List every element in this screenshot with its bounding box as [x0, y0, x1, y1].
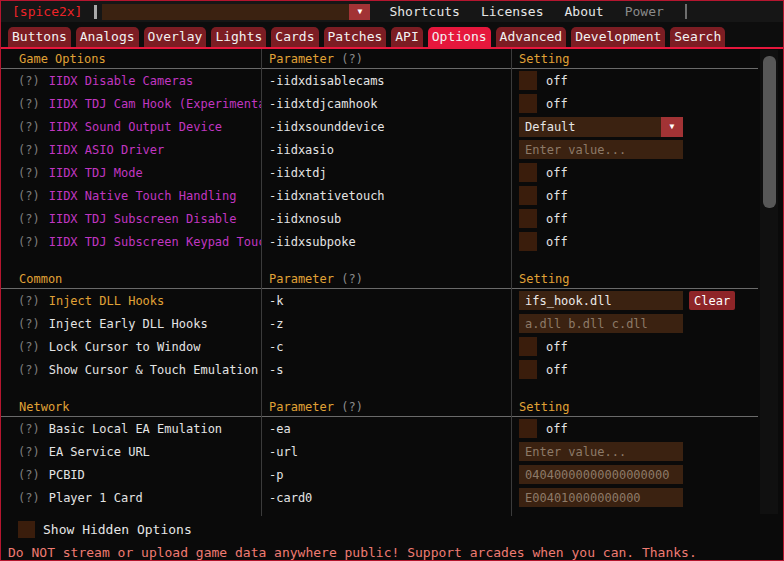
- help-icon[interactable]: (?): [18, 120, 40, 134]
- help-icon[interactable]: (?): [18, 468, 40, 482]
- tab-overlay[interactable]: Overlay: [144, 27, 207, 47]
- option-row: (?)Inject Early DLL Hooks-za.dll b.dll c…: [1, 312, 783, 335]
- footer: Show Hidden Options Do NOT stream or upl…: [1, 516, 783, 560]
- option-label: Basic Local EA Emulation: [49, 422, 222, 436]
- option-param: -iidxnativetouch: [261, 189, 511, 203]
- section-network: NetworkParameter (?)Setting(?)Basic Loca…: [1, 397, 783, 509]
- option-param: -p: [261, 468, 511, 482]
- dropdown-arrow-icon[interactable]: ▼: [349, 4, 370, 20]
- option-checkbox[interactable]: [519, 186, 537, 205]
- option-name-cell: (?)Lock Cursor to Window: [1, 340, 261, 354]
- option-label: Show Cursor & Touch Emulation Button: [49, 363, 261, 377]
- help-icon[interactable]: (?): [18, 294, 40, 308]
- option-input[interactable]: Enter value...: [519, 442, 683, 461]
- profile-dropdown[interactable]: ▼: [102, 4, 370, 20]
- section-common: CommonParameter (?)Setting(?)Inject DLL …: [1, 269, 783, 381]
- help-icon[interactable]: (?): [18, 317, 40, 331]
- help-icon[interactable]: (?): [18, 143, 40, 157]
- checkbox-state-label: off: [546, 189, 568, 203]
- option-label: Player 1 Card: [49, 491, 143, 505]
- option-name-cell: (?)IIDX TDJ Cam Hook (Experimental): [1, 97, 261, 111]
- menu-licenses[interactable]: Licenses: [481, 4, 544, 19]
- option-checkbox[interactable]: [519, 71, 537, 90]
- help-icon[interactable]: (?): [18, 189, 40, 203]
- tab-patches[interactable]: Patches: [324, 27, 387, 47]
- dropdown-arrow-icon[interactable]: ▼: [661, 117, 683, 137]
- option-label: Inject DLL Hooks: [49, 294, 165, 308]
- section-game-options: Game OptionsParameter (?)Setting(?)IIDX …: [1, 49, 783, 253]
- option-label: IIDX Sound Output Device: [49, 120, 222, 134]
- help-icon[interactable]: (?): [18, 491, 40, 505]
- param-help-icon[interactable]: (?): [341, 400, 363, 414]
- menu-shortcuts[interactable]: Shortcuts: [389, 4, 459, 19]
- option-input[interactable]: ifs_hook.dll: [519, 291, 683, 310]
- option-input[interactable]: Enter value...: [519, 140, 683, 159]
- option-row: (?)IIDX TDJ Cam Hook (Experimental)-iidx…: [1, 92, 783, 115]
- input-placeholder: Enter value...: [525, 445, 626, 459]
- option-input[interactable]: a.dll b.dll c.dll: [519, 314, 683, 333]
- option-checkbox[interactable]: [519, 360, 537, 379]
- menu-power[interactable]: Power: [625, 4, 664, 19]
- tab-search[interactable]: Search: [670, 27, 725, 47]
- section-title: Network: [1, 400, 261, 414]
- param-column-header: Parameter (?): [261, 272, 511, 286]
- clear-button[interactable]: Clear: [689, 291, 735, 310]
- help-icon[interactable]: (?): [18, 363, 40, 377]
- option-setting-cell: Enter value...: [511, 442, 783, 461]
- help-icon[interactable]: (?): [18, 166, 40, 180]
- menu-about[interactable]: About: [565, 4, 604, 19]
- option-setting-cell: a.dll b.dll c.dll: [511, 314, 783, 333]
- tab-lights[interactable]: Lights: [211, 27, 266, 47]
- setting-column-header: Setting: [511, 400, 570, 414]
- help-icon[interactable]: (?): [18, 74, 40, 88]
- help-icon[interactable]: (?): [18, 235, 40, 249]
- scrollbar[interactable]: [760, 50, 778, 514]
- checkbox-state-label: off: [546, 212, 568, 226]
- option-label: IIDX ASIO Driver: [49, 143, 165, 157]
- option-setting-cell: off: [511, 209, 783, 228]
- option-checkbox[interactable]: [519, 163, 537, 182]
- option-label: Lock Cursor to Window: [49, 340, 201, 354]
- option-checkbox[interactable]: [519, 209, 537, 228]
- menubar-separator: [94, 5, 97, 19]
- setting-column-header: Setting: [511, 52, 570, 66]
- tab-api[interactable]: API: [391, 27, 422, 47]
- section-header: Game OptionsParameter (?)Setting: [1, 49, 758, 69]
- tab-options[interactable]: Options: [428, 27, 491, 47]
- option-checkbox[interactable]: [519, 232, 537, 251]
- help-icon[interactable]: (?): [18, 445, 40, 459]
- help-icon[interactable]: (?): [18, 422, 40, 436]
- option-checkbox[interactable]: [519, 94, 537, 113]
- option-input[interactable]: 04040000000000000000: [519, 465, 683, 484]
- tab-analogs[interactable]: Analogs: [76, 27, 139, 47]
- option-checkbox[interactable]: [519, 337, 537, 356]
- show-hidden-checkbox[interactable]: [18, 521, 35, 538]
- option-param: -iidxtdj: [261, 166, 511, 180]
- param-help-icon[interactable]: (?): [341, 52, 363, 66]
- checkbox-state-label: off: [546, 340, 568, 354]
- tab-development[interactable]: Development: [571, 27, 665, 47]
- option-dropdown[interactable]: Default▼: [519, 117, 683, 137]
- option-setting-cell: off: [511, 163, 783, 182]
- option-checkbox[interactable]: [519, 419, 537, 438]
- help-icon[interactable]: (?): [18, 340, 40, 354]
- scrollbar-thumb[interactable]: [763, 56, 776, 208]
- option-row: (?)IIDX ASIO Driver-iidxasioEnter value.…: [1, 138, 783, 161]
- option-row: (?)EA Service URL-urlEnter value...: [1, 440, 783, 463]
- option-param: -iidxnosub: [261, 212, 511, 226]
- tab-cards[interactable]: Cards: [271, 27, 318, 47]
- show-hidden-row: Show Hidden Options: [1, 520, 783, 539]
- option-row: (?)IIDX TDJ Subscreen Disable-iidxnosubo…: [1, 207, 783, 230]
- help-icon[interactable]: (?): [18, 212, 40, 226]
- param-help-icon[interactable]: (?): [341, 272, 363, 286]
- option-setting-cell: Default▼: [511, 117, 783, 137]
- option-name-cell: (?)Show Cursor & Touch Emulation Button: [1, 363, 261, 377]
- option-input[interactable]: E004010000000000: [519, 488, 683, 507]
- option-param: -z: [261, 317, 511, 331]
- option-name-cell: (?)Inject Early DLL Hooks: [1, 317, 261, 331]
- help-icon[interactable]: (?): [18, 97, 40, 111]
- menu-bar: [spice2x] ▼ Shortcuts Licenses About Pow…: [1, 1, 783, 22]
- tab-buttons[interactable]: Buttons: [8, 27, 71, 47]
- app-logo: [spice2x]: [1, 4, 94, 19]
- tab-advanced[interactable]: Advanced: [496, 27, 567, 47]
